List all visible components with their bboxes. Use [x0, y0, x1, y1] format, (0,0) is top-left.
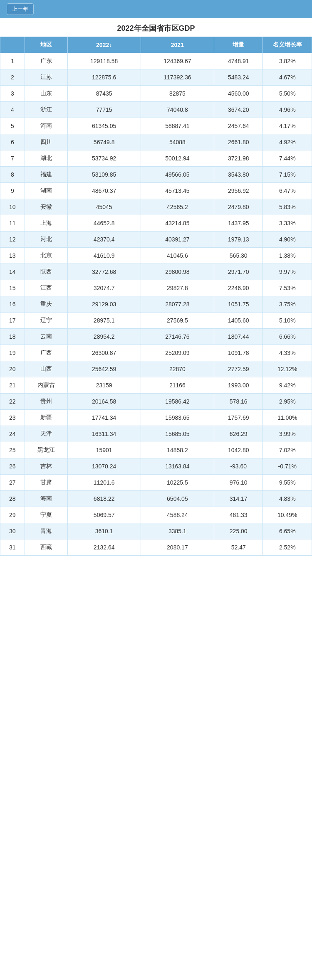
- cell-growth: 2.52%: [263, 539, 312, 556]
- cell-rank: 25: [0, 442, 25, 458]
- cell-2021: 58887.41: [141, 118, 214, 134]
- cell-increase: 1993.00: [214, 377, 263, 394]
- cell-growth: 6.47%: [263, 183, 312, 199]
- cell-region: 山东: [25, 86, 67, 102]
- cell-increase: 2661.80: [214, 134, 263, 150]
- cell-growth: 4.92%: [263, 134, 312, 150]
- cell-increase: 578.16: [214, 394, 263, 410]
- table-row: 25黑龙江1590114858.21042.807.02%: [0, 442, 312, 458]
- top-bar: 上一年: [0, 0, 312, 18]
- table-row: 19广西26300.8725209.091091.784.33%: [0, 345, 312, 361]
- cell-increase: 3543.80: [214, 167, 263, 183]
- cell-region: 云南: [25, 329, 67, 345]
- cell-2021: 54088: [141, 134, 214, 150]
- table-row: 3山东87435828754560.005.50%: [0, 86, 312, 102]
- cell-2022: 23159: [67, 377, 141, 394]
- cell-2021: 74040.8: [141, 102, 214, 118]
- cell-growth: 3.82%: [263, 53, 312, 69]
- table-row: 16重庆29129.0328077.281051.753.75%: [0, 296, 312, 313]
- table-row: 5河南61345.0558887.412457.644.17%: [0, 118, 312, 134]
- cell-rank: 26: [0, 458, 25, 475]
- table-row: 28海南6818.226504.05314.174.83%: [0, 491, 312, 507]
- cell-rank: 19: [0, 345, 25, 361]
- cell-rank: 16: [0, 296, 25, 313]
- cell-2021: 2080.17: [141, 539, 214, 556]
- cell-2022: 2132.64: [67, 539, 141, 556]
- table-row: 20山西25642.59228702772.5912.12%: [0, 361, 312, 377]
- cell-2022: 29129.03: [67, 296, 141, 313]
- cell-increase: 1405.60: [214, 313, 263, 329]
- cell-2022: 45045: [67, 199, 141, 215]
- cell-growth: 4.90%: [263, 231, 312, 248]
- table-row: 27甘肃11201.610225.5976.109.55%: [0, 475, 312, 491]
- cell-region: 新疆: [25, 410, 67, 426]
- cell-2021: 41045.6: [141, 248, 214, 264]
- header-nominal-growth: 名义增长率: [263, 37, 312, 53]
- cell-increase: 2479.80: [214, 199, 263, 215]
- cell-rank: 31: [0, 539, 25, 556]
- cell-2022: 122875.6: [67, 69, 141, 86]
- cell-region: 贵州: [25, 394, 67, 410]
- table-row: 9湖南48670.3745713.452956.926.47%: [0, 183, 312, 199]
- cell-increase: 2246.90: [214, 280, 263, 296]
- cell-rank: 18: [0, 329, 25, 345]
- cell-2022: 20164.58: [67, 394, 141, 410]
- table-row: 17辽宁28975.127569.51405.605.10%: [0, 313, 312, 329]
- cell-growth: 9.55%: [263, 475, 312, 491]
- cell-2021: 6504.05: [141, 491, 214, 507]
- cell-2021: 29827.8: [141, 280, 214, 296]
- cell-increase: 1091.78: [214, 345, 263, 361]
- cell-increase: 1437.95: [214, 215, 263, 231]
- cell-2021: 45713.45: [141, 183, 214, 199]
- table-row: 2江苏122875.6117392.365483.244.67%: [0, 69, 312, 86]
- cell-growth: 4.83%: [263, 491, 312, 507]
- table-row: 1广东129118.58124369.674748.913.82%: [0, 53, 312, 69]
- previous-year-button[interactable]: 上一年: [7, 3, 34, 15]
- gdp-table: 地区 2022↓ 2021 增量 名义增长率 1广东129118.5812436…: [0, 37, 312, 556]
- cell-2021: 3385.1: [141, 523, 214, 539]
- cell-rank: 15: [0, 280, 25, 296]
- cell-2021: 14858.2: [141, 442, 214, 458]
- table-row: 7湖北53734.9250012.943721.987.44%: [0, 150, 312, 167]
- cell-increase: 565.30: [214, 248, 263, 264]
- cell-increase: 225.00: [214, 523, 263, 539]
- cell-rank: 9: [0, 183, 25, 199]
- cell-region: 四川: [25, 134, 67, 150]
- cell-2021: 29800.98: [141, 264, 214, 280]
- cell-rank: 27: [0, 475, 25, 491]
- cell-2022: 13070.24: [67, 458, 141, 475]
- cell-region: 湖南: [25, 183, 67, 199]
- cell-2022: 61345.05: [67, 118, 141, 134]
- cell-growth: 9.42%: [263, 377, 312, 394]
- cell-2021: 10225.5: [141, 475, 214, 491]
- cell-rank: 13: [0, 248, 25, 264]
- cell-2022: 53109.85: [67, 167, 141, 183]
- cell-growth: 10.49%: [263, 507, 312, 523]
- header-rank: [0, 37, 25, 53]
- cell-2022: 32074.7: [67, 280, 141, 296]
- cell-region: 浙江: [25, 102, 67, 118]
- table-row: 15江西32074.729827.82246.907.53%: [0, 280, 312, 296]
- cell-2022: 42370.4: [67, 231, 141, 248]
- cell-region: 青海: [25, 523, 67, 539]
- cell-2021: 25209.09: [141, 345, 214, 361]
- cell-region: 重庆: [25, 296, 67, 313]
- cell-increase: 2457.64: [214, 118, 263, 134]
- table-row: 13北京41610.941045.6565.301.38%: [0, 248, 312, 264]
- cell-rank: 22: [0, 394, 25, 410]
- cell-rank: 8: [0, 167, 25, 183]
- cell-rank: 28: [0, 491, 25, 507]
- cell-rank: 1: [0, 53, 25, 69]
- cell-growth: 7.02%: [263, 442, 312, 458]
- cell-rank: 21: [0, 377, 25, 394]
- cell-2021: 27146.76: [141, 329, 214, 345]
- cell-2021: 13163.84: [141, 458, 214, 475]
- cell-region: 内蒙古: [25, 377, 67, 394]
- cell-rank: 5: [0, 118, 25, 134]
- cell-2021: 27569.5: [141, 313, 214, 329]
- cell-region: 福建: [25, 167, 67, 183]
- cell-increase: 626.29: [214, 426, 263, 442]
- table-header-row: 地区 2022↓ 2021 增量 名义增长率: [0, 37, 312, 53]
- cell-increase: 4560.00: [214, 86, 263, 102]
- cell-2021: 28077.28: [141, 296, 214, 313]
